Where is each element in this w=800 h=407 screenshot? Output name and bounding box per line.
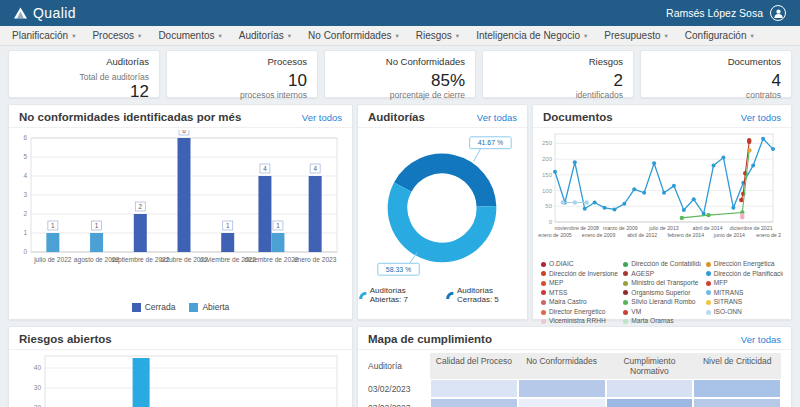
- ribbon-icon: [445, 290, 454, 300]
- menu-item-label: Inteligencia de Negocio: [476, 30, 580, 41]
- legend-dot: [706, 262, 711, 267]
- panel-title: No conformidades identificadas por més: [19, 111, 241, 123]
- compliance-heat-cell[interactable]: [694, 380, 780, 397]
- svg-text:abril de 2012: abril de 2012: [627, 232, 657, 238]
- panel-header: Riesgos abiertos: [9, 327, 352, 350]
- panel-title: Auditorías: [368, 111, 425, 123]
- svg-text:41.67 %: 41.67 %: [478, 139, 503, 146]
- legend-dot: [623, 281, 628, 286]
- svg-text:noviembre de 2008: noviembre de 2008: [555, 225, 600, 231]
- menu-item-label: Planificación: [12, 30, 68, 41]
- menu-item-presupuesto[interactable]: Presupuesto▾: [604, 30, 667, 41]
- ver-todas-link[interactable]: Ver todas: [741, 334, 781, 345]
- legend-dot: [541, 262, 546, 267]
- legend-item-viceministra-rrhh: Viceministra RRHH: [541, 317, 618, 326]
- legend-label: Dirección de Contabilidad y Precios: [631, 260, 700, 269]
- legend-dot: [706, 281, 711, 286]
- panel-compliance: Mapa de cumplimiento Ver todas Auditoría…: [357, 326, 792, 407]
- legend-column: O.DIAICDirección de InversionesMEPMTSSMa…: [541, 260, 618, 326]
- menu-item-no-conformidades[interactable]: No Conformidades▾: [308, 30, 399, 41]
- svg-text:julio de 2013: julio de 2013: [648, 225, 679, 231]
- svg-text:58.33 %: 58.33 %: [386, 266, 411, 273]
- legend-label: Auditorías Cerradas: 5: [457, 286, 527, 304]
- svg-text:diciembre de 2021: diciembre de 2021: [730, 225, 773, 231]
- svg-text:4: 4: [263, 165, 267, 172]
- main-menu-bar: Planificación▾Procesos▾Documentos▾Audito…: [0, 26, 800, 46]
- menu-item-inteligencia-de-negocio[interactable]: Inteligencia de Negocio▾: [476, 30, 587, 41]
- legend-item-silvio-llerandi-rombo: Silvio Llerandi Rombo: [623, 298, 700, 307]
- user-menu[interactable]: Ramsés López Sosa: [666, 5, 786, 21]
- svg-text:250: 250: [542, 140, 553, 146]
- compliance-heat-cell[interactable]: [431, 380, 517, 397]
- legend-dot: [541, 281, 546, 286]
- compliance-heat-cell[interactable]: [431, 399, 517, 407]
- menu-item-label: No Conformidades: [308, 30, 391, 41]
- menu-item-procesos[interactable]: Procesos▾: [92, 30, 141, 41]
- legend-item-maira-castro: Maira Castro: [541, 298, 618, 307]
- kpi-label: contratos: [746, 90, 781, 101]
- legend-dot: [623, 310, 628, 315]
- legend-label: MFP: [714, 279, 728, 288]
- compliance-heat-cell[interactable]: [519, 399, 605, 407]
- panel-documents: Documentos Ver todos 050100150200250ener…: [532, 104, 792, 320]
- compliance-heat-cell[interactable]: [607, 399, 693, 407]
- menu-item-auditor-as[interactable]: Auditorías▾: [239, 30, 291, 41]
- svg-text:enero de 2009: enero de 2009: [582, 232, 616, 238]
- kpi-value: 85%: [431, 72, 465, 90]
- menu-item-configuraci-n[interactable]: Configuración▾: [685, 30, 754, 41]
- legend-dot: [541, 290, 546, 295]
- svg-text:0: 0: [23, 248, 27, 255]
- menu-item-planificaci-n[interactable]: Planificación▾: [12, 30, 75, 41]
- chevron-down-icon: ▾: [751, 32, 754, 40]
- ver-todos-link[interactable]: Ver todos: [302, 112, 342, 123]
- compliance-col-header: Auditoría: [368, 353, 430, 379]
- legend-item-direcci-n-de-inversiones: Dirección de Inversiones: [541, 270, 618, 279]
- audits-donut-chart: 41.67 %58.33 %: [358, 128, 527, 282]
- legend-item-mfp: MFP: [706, 279, 783, 288]
- menu-item-documentos[interactable]: Documentos▾: [158, 30, 221, 41]
- compliance-heat-cell[interactable]: [694, 399, 780, 407]
- compliance-heat-cell[interactable]: [519, 380, 605, 397]
- compliance-header-band: Calidad del ProcesoNo ConformidadesCumpl…: [430, 353, 781, 379]
- svg-text:6: 6: [23, 134, 27, 141]
- legend-item-mep: MEP: [541, 279, 618, 288]
- ver-todos-link[interactable]: Ver todos: [741, 112, 781, 123]
- legend-label: Dirección Energética: [714, 260, 775, 269]
- brand-logo[interactable]: Qualid: [14, 5, 76, 21]
- svg-text:diciembre de 2022: diciembre de 2022: [244, 256, 299, 263]
- panel-title: Mapa de cumplimiento: [368, 333, 492, 345]
- svg-text:4: 4: [313, 165, 317, 172]
- legend-label: Abierta: [202, 302, 229, 312]
- legend-dot: [541, 319, 546, 324]
- compliance-heat-cell[interactable]: [607, 380, 693, 397]
- legend-label: Dirección de Planificación Financiera: [714, 270, 783, 279]
- legend-label: Maira Castro: [549, 298, 587, 307]
- menu-item-riesgos[interactable]: Riesgos▾: [416, 30, 459, 41]
- legend-label: Marta Oramas: [631, 317, 673, 326]
- legend-label: Dirección de Inversiones: [549, 270, 618, 279]
- legend-label: Silvio Llerandi Rombo: [631, 298, 695, 307]
- legend-column: Dirección EnergéticaDirección de Planifi…: [706, 260, 783, 326]
- risks-bar-chart: 403020: [9, 350, 352, 407]
- menu-item-label: Configuración: [685, 30, 747, 41]
- legend-item-auditor-as-cerradas-5: Auditorías Cerradas: 5: [445, 286, 527, 304]
- panel-header: Auditorías Ver todas: [358, 105, 527, 128]
- legend-dot: [541, 310, 546, 315]
- legend-dot: [623, 290, 628, 295]
- menu-item-label: Documentos: [158, 30, 214, 41]
- legend-item-auditor-as-abiertas-7: Auditorías Abiertas: 7: [358, 286, 436, 304]
- legend-label: Director Energético: [549, 308, 605, 317]
- ver-todas-link[interactable]: Ver todas: [477, 112, 517, 123]
- user-avatar-icon: [770, 5, 786, 21]
- compliance-col-header: Nivel de Criticidad: [693, 353, 781, 379]
- compliance-header-row: AuditoríaCalidad del ProcesoNo Conformid…: [368, 353, 781, 379]
- chevron-down-icon: ▾: [219, 32, 222, 40]
- legend-label: O.DIAIC: [549, 260, 574, 269]
- ribbon-icon: [358, 290, 367, 300]
- menu-item-label: Riesgos: [416, 30, 452, 41]
- legend-label: Organismo Superior: [631, 289, 690, 298]
- legend-swatch: [132, 303, 141, 312]
- svg-text:febrero de 2014: febrero de 2014: [667, 232, 704, 238]
- legend-label: Cerrada: [145, 302, 176, 312]
- svg-text:1: 1: [23, 229, 27, 236]
